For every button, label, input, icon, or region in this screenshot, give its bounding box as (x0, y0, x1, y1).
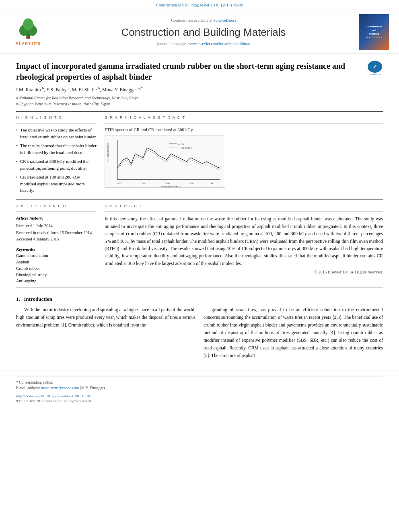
intro-col-left: With the motor industry developing and s… (16, 306, 195, 362)
affiliation-b: b Egyptian Petroleum Research Institute,… (16, 101, 383, 107)
ftir-chart-svg: % Transmittance 4000 3500 2500 1700 900 … (105, 136, 225, 187)
crossmark-circle-icon: ✓ (368, 61, 382, 73)
ftir-caption: FTIR spectra of CR and CR irradiated at … (105, 127, 383, 133)
keyword-3: Crumb rubber (16, 265, 97, 272)
ftir-chart: % Transmittance 4000 3500 2500 1700 900 … (105, 136, 225, 188)
journal-header: ELSEVIER Contents lists available at Sci… (0, 10, 399, 54)
affiliation-a: a National Center for Radiation Research… (16, 95, 383, 101)
journal-title-main: Construction and Building Materials (52, 25, 355, 39)
keywords-block: Keywords: Gamma irradiation Asphalt Crum… (16, 246, 97, 284)
journal-center-header: Contents lists available at ScienceDirec… (52, 18, 355, 47)
footnote-email: E-mail address: mona_ncrrt@yahoo.com (M.… (16, 385, 383, 391)
crossmark-badge: ✓ CrossMark (367, 61, 383, 77)
journal-homepage-link[interactable]: www.elsevier.com/locate/conbuildmat (188, 41, 250, 46)
svg-text:4000: 4000 (117, 182, 122, 185)
svg-point-4 (23, 18, 33, 30)
keyword-2: Asphalt (16, 259, 97, 265)
highlights-list: The objective was to study the effects o… (16, 127, 97, 194)
elsevier-logo: ELSEVIER (8, 18, 48, 47)
footer-doi-line: http://dx.doi.org/10.1016/j.conbuildmat.… (16, 394, 383, 399)
keyword-4: Rheological study (16, 272, 97, 278)
graphical-divider (105, 123, 383, 123)
email-link[interactable]: mona_ncrrt@yahoo.com (41, 386, 79, 390)
footnote-corresponding: * Corresponding author. (16, 380, 383, 385)
highlight-item-3: CR irradiated at 300 kGy modified the pe… (16, 158, 97, 171)
svg-text:900: 900 (210, 182, 214, 185)
article-info-column: A R T I C L E I N F O Article history: R… (16, 203, 97, 284)
affiliations: a National Center for Radiation Research… (16, 95, 383, 107)
article-title: Impact of incorporated gamma irradiated … (16, 61, 363, 82)
keyword-5: Anti-ageing (16, 278, 97, 284)
science-direct-anchor[interactable]: ScienceDirect (213, 18, 236, 23)
svg-text:3500: 3500 (141, 182, 146, 185)
article-footer: * Corresponding author. E-mail address: … (0, 370, 399, 406)
article-info-abstract-section: A R T I C L E I N F O Article history: R… (16, 203, 383, 284)
revised-date: Received in revised form 15 December 201… (16, 230, 97, 236)
highlights-label: H I G H L I G H T S (16, 115, 97, 120)
elsevier-tree-icon (12, 18, 44, 40)
journal-reference: Construction and Building Materials 81 (… (156, 3, 243, 7)
keyword-1: Gamma irradiation (16, 253, 97, 259)
svg-text:Wavenumber (cm⁻¹): Wavenumber (cm⁻¹) (161, 185, 181, 187)
crossmark-label: CrossMark (368, 73, 381, 77)
intro-two-col: With the motor industry developing and s… (16, 306, 383, 362)
abstract-text: In this new study, the effect of gamma i… (105, 215, 383, 267)
article-title-section: Impact of incorporated gamma irradiated … (16, 61, 383, 82)
cover-box-text: Construction and Building MATERIALS (366, 25, 383, 39)
article-history-title: Article history: (16, 215, 97, 221)
science-direct-link: Contents lists available at ScienceDirec… (52, 18, 355, 23)
authors-line: I.M. Ibrahim b, E.S. Fathy a, M. El-Shaf… (16, 86, 383, 93)
highlight-item-1: The objective was to study the effects o… (16, 127, 97, 140)
journal-cover-image: Construction and Building MATERIALS (359, 14, 391, 50)
footer-issn: 0950-0618/© 2015 Elsevier Ltd. All right… (16, 398, 383, 404)
intro-paragraph-1: With the motor industry developing and s… (16, 306, 195, 329)
copyright-line: © 2015 Elsevier Ltd. All rights reserved… (105, 269, 383, 275)
introduction-section: 1. Introduction With the motor industry … (16, 293, 383, 362)
article-info-label: A R T I C L E I N F O (16, 203, 97, 209)
svg-text:— CR: — CR (177, 143, 184, 145)
pre-intro-divider (16, 288, 383, 288)
intro-col-right: grinding of scrap tires, has proved to b… (204, 306, 383, 362)
accepted-date: Accepted 4 January 2015 (16, 236, 97, 242)
graphical-abstract-label: G R A P H I C A L A B S T R A C T (105, 115, 383, 120)
middle-divider (16, 199, 383, 200)
intro-paragraph-2: grinding of scrap tires, has proved to b… (204, 306, 383, 359)
received-date: Received 1 July 2014 (16, 223, 97, 229)
highlights-divider (16, 123, 97, 123)
keywords-label: Keywords: (16, 247, 35, 252)
doi-link[interactable]: http://dx.doi.org/10.1016/j.conbuildmat.… (16, 394, 93, 398)
author-ibrahim: I.M. Ibrahim b, E.S. Fathy a, M. El-Shaf… (16, 87, 143, 92)
svg-text:— CR 300kGy: — CR 300kGy (177, 147, 192, 149)
cover-box: Construction and Building MATERIALS (359, 14, 389, 50)
journal-homepage: journal homepage: www.elsevier.com/locat… (52, 41, 355, 47)
highlights-column: H I G H L I G H T S The objective was to… (16, 115, 97, 196)
page-wrapper: Construction and Building Materials 81 (… (0, 0, 399, 532)
svg-text:2500: 2500 (165, 182, 170, 185)
abstract-label: A B S T R A C T (105, 203, 383, 209)
highlight-item-2: The results showed that the asphalet bin… (16, 142, 97, 156)
highlights-graphical-section: H I G H L I G H T S The objective was to… (16, 115, 383, 196)
article-info-divider (16, 212, 97, 212)
highlight-item-4: CR irradiated at 100 and 200 kGy modifie… (16, 174, 97, 194)
svg-text:% Transmittance: % Transmittance (106, 143, 109, 161)
article-content: Impact of incorporated gamma irradiated … (0, 54, 399, 366)
svg-text:1700: 1700 (189, 182, 193, 185)
abstract-column: A B S T R A C T In this new study, the e… (105, 203, 383, 284)
top-journal-bar: Construction and Building Materials 81 (… (0, 0, 399, 10)
abstract-divider (105, 212, 383, 212)
elsevier-brand-text: ELSEVIER (15, 41, 41, 47)
footer-divider (16, 376, 383, 376)
graphical-abstract-column: G R A P H I C A L A B S T R A C T FTIR s… (105, 115, 383, 196)
title-divider (16, 111, 383, 112)
introduction-heading: 1. Introduction (16, 296, 383, 303)
